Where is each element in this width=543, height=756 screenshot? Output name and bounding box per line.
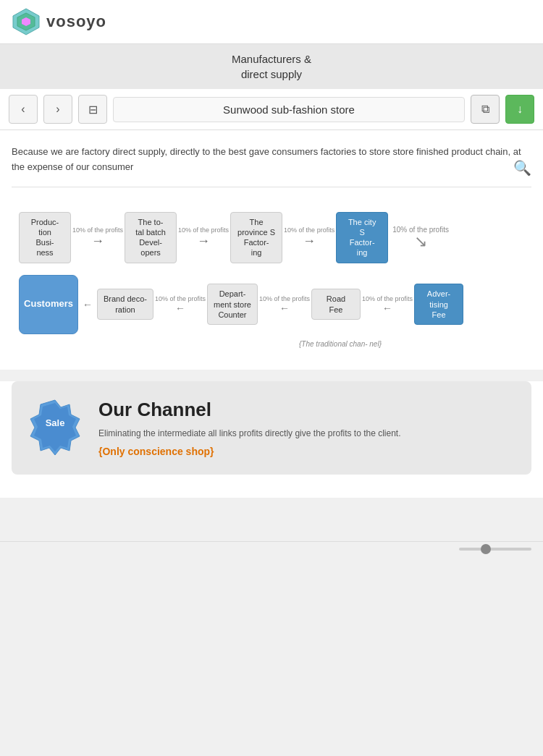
our-channel-wrapper: Sale Our Channel Eliminating the interme… bbox=[0, 381, 543, 498]
flow-item-brand-deco: Brand deco-ration bbox=[97, 289, 153, 320]
arrow-1: 10% of the profits → bbox=[72, 226, 123, 249]
arrow-b1: ← bbox=[80, 299, 96, 310]
customers-box: Customers bbox=[19, 275, 78, 334]
page-title: Sunwood sub-fashion store bbox=[113, 97, 465, 122]
flow-item-road-fee: RoadFee bbox=[311, 289, 361, 320]
channel-text-area: Our Channel Eliminating the intermediate… bbox=[98, 399, 517, 457]
flow-item-city-s: The city S Factor- ing bbox=[336, 212, 388, 263]
sale-badge-icon: Sale bbox=[26, 399, 84, 456]
city-s-box: The city S Factor- ing bbox=[336, 212, 388, 263]
province-s-box: The province S Factor- ing bbox=[230, 212, 282, 263]
total-batch-box: The to- tal batch Devel- opers bbox=[125, 212, 177, 263]
our-channel-section: Sale Our Channel Eliminating the interme… bbox=[12, 381, 531, 475]
flow-item-province-s: The province S Factor- ing bbox=[230, 212, 282, 263]
flow-item-total-batch: The to- tal batch Devel- opers bbox=[125, 212, 177, 263]
bottom-spacer bbox=[0, 498, 543, 541]
arrow-3: 10% of the profits → bbox=[284, 226, 334, 249]
flow-item-customers: Customers bbox=[19, 275, 78, 334]
arrow-b2: 10% of the profits ← bbox=[155, 295, 206, 314]
our-channel-title: Our Channel bbox=[98, 399, 517, 421]
brand-deco-box: Brand deco-ration bbox=[97, 289, 153, 320]
subtitle-line1: Manufacturers & bbox=[232, 53, 311, 65]
svg-text:Sale: Sale bbox=[46, 417, 65, 428]
main-content: Because we are factory direct supply, di… bbox=[0, 130, 543, 370]
toolbar-right-buttons: ⧉ ↓ bbox=[471, 95, 534, 124]
traditional-label: {The traditional chan- nel} bbox=[149, 340, 531, 348]
production-box: Produc- tion Busi- ness bbox=[19, 212, 71, 263]
logo-text: vosoyo bbox=[46, 12, 106, 31]
arrow-b3: 10% of the profits ← bbox=[259, 295, 310, 314]
layout-button[interactable]: ⊟ bbox=[78, 95, 107, 124]
intro-text: Because we are factory direct supply, di… bbox=[12, 145, 531, 187]
flow-item-production: Produc- tion Busi- ness bbox=[19, 212, 71, 263]
department-box: Depart- ment store Counter bbox=[207, 284, 258, 325]
road-fee-box: RoadFee bbox=[311, 289, 361, 320]
flow-item-department: Depart- ment store Counter bbox=[207, 284, 258, 325]
supply-chain-bottom-row: Customers ← Brand deco-ration 10% of the… bbox=[19, 275, 531, 334]
magnifier-icon: 🔍 bbox=[513, 156, 531, 179]
logo-icon bbox=[12, 7, 41, 36]
zoom-bar bbox=[0, 541, 543, 556]
arrow-2: 10% of the profits → bbox=[178, 226, 229, 249]
zoom-thumb[interactable] bbox=[481, 544, 491, 554]
forward-button[interactable]: › bbox=[43, 95, 72, 124]
subtitle-line2: direct supply bbox=[241, 68, 302, 80]
turn-down-icon: ↘ bbox=[414, 234, 427, 250]
our-channel-desc: Eliminating the intermediate all links p… bbox=[98, 427, 517, 440]
download-button[interactable]: ↓ bbox=[505, 95, 534, 124]
toolbar: ‹ › ⊟ Sunwood sub-fashion store ⧉ ↓ bbox=[0, 89, 543, 130]
back-button[interactable]: ‹ bbox=[9, 95, 38, 124]
copy-button[interactable]: ⧉ bbox=[471, 95, 500, 124]
subtitle-bar: Manufacturers & direct supply bbox=[0, 44, 543, 89]
flow-item-advertising: Adver- tising Fee bbox=[414, 284, 463, 325]
supply-chain-top-row: Produc- tion Busi- ness 10% of the profi… bbox=[19, 212, 531, 263]
turn-arrow-wrap: 10% of the profits ↘ bbox=[392, 226, 449, 250]
zoom-track[interactable] bbox=[459, 548, 531, 551]
top-bar: vosoyo bbox=[0, 0, 543, 44]
logo: vosoyo bbox=[12, 7, 106, 36]
arrow-b4: 10% of the profits ← bbox=[362, 295, 413, 314]
our-channel-slogan: {Only conscience shop} bbox=[98, 446, 517, 457]
supply-chain-diagram: Produc- tion Busi- ness 10% of the profi… bbox=[12, 205, 531, 355]
advertising-box: Adver- tising Fee bbox=[414, 284, 463, 325]
